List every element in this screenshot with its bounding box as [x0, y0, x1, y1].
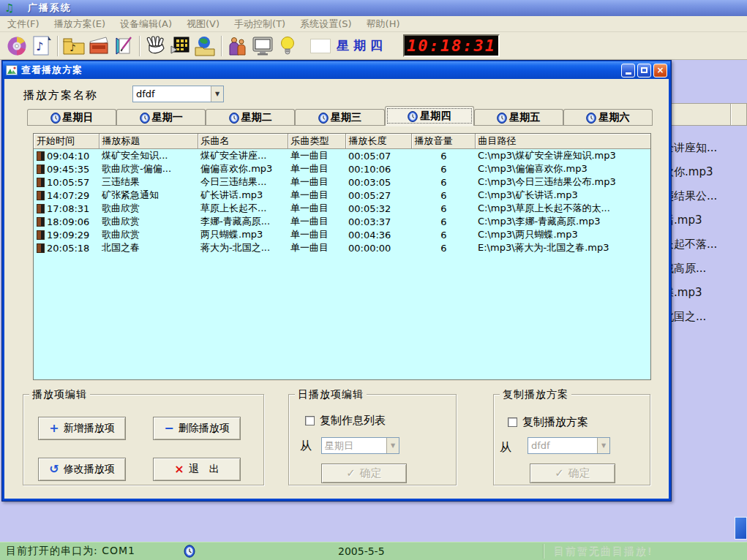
cell: 歌曲欣赏	[99, 202, 198, 215]
cell: C:\mp3\草原上长起不落的太...	[475, 202, 650, 215]
chevron-down-icon[interactable]: ▼	[597, 438, 609, 453]
list-item: 藏高原...	[663, 257, 747, 281]
dialog-title: 查看播放方案	[21, 64, 619, 77]
cassette-icon[interactable]	[86, 34, 111, 58]
table-row[interactable]: 18:09:06歌曲欣赏李娜-青藏高原...单一曲目00:03:376C:\mp…	[34, 215, 650, 228]
cell: 18:09:06	[34, 215, 99, 228]
button-label: 新增播放项	[64, 422, 115, 435]
film-folder-icon[interactable]	[168, 34, 193, 58]
table-row[interactable]: 09:45:35歌曲欣赏-偏偏...偏偏喜欢你.mp3单一曲目00:10:066…	[34, 162, 650, 175]
checkbox-icon[interactable]	[508, 417, 517, 427]
cell: 草原上长起不...	[198, 202, 288, 215]
gift-people-icon[interactable]	[225, 34, 250, 58]
monitor-icon[interactable]	[250, 34, 275, 58]
column-header[interactable]: 曲目路径	[475, 134, 650, 149]
column-header[interactable]: 开始时间	[34, 134, 99, 149]
cell: 00:00:00	[345, 241, 411, 254]
checkbox-icon[interactable]	[305, 416, 315, 425]
table-row[interactable]: 19:09:29歌曲欣赏两只蝴蝶.mp3单一曲目00:04:366C:\mp3\…	[34, 228, 650, 241]
column-header[interactable]: 播放长度	[345, 134, 411, 149]
tab-label: 星期三	[331, 111, 361, 124]
hand-icon[interactable]	[143, 34, 168, 58]
clock-icon	[184, 545, 195, 558]
cell: 煤矿安全讲座...	[198, 149, 288, 163]
table-row[interactable]: 09:04:10煤矿安全知识...煤矿安全讲座...单一曲目00:05:076C…	[34, 149, 650, 163]
chevron-down-icon[interactable]: ▼	[211, 86, 223, 102]
background-list: 全讲座知...欢你.mp3违结果公...话.mp3长起不落...藏高原...蝶.…	[663, 136, 747, 329]
column-header[interactable]: 播放标题	[99, 134, 198, 149]
edit-button-1[interactable]: −删除播放项	[153, 417, 241, 440]
day-source-combobox[interactable]: 星期日 ▼	[321, 437, 399, 454]
tab-星期三[interactable]: 星期三	[295, 109, 384, 126]
cell: 09:04:10	[34, 149, 99, 163]
cd-icon[interactable]	[4, 34, 29, 58]
menu-item[interactable]: 系统设置(S)	[293, 18, 359, 31]
table-row[interactable]: 14:07:29矿张紧急通知矿长讲话.mp3单一曲目00:05:276C:\mp…	[34, 189, 650, 202]
audio-item-icon	[37, 151, 45, 161]
list-item: 话.mp3	[663, 208, 747, 232]
plan-name-combobox[interactable]: dfdf ▼	[132, 86, 224, 102]
column-header[interactable]: 乐曲类型	[288, 134, 345, 149]
menu-item[interactable]: 播放方案(E)	[47, 18, 113, 31]
cell: E:\mp3\蒋大为-北国之春.mp3	[475, 241, 650, 254]
table-row[interactable]: 10:05:57三违结果今日三违结果...单一曲目00:03:056C:\mp3…	[34, 175, 650, 189]
cell: C:\mp3\今日三违结果公布.mp3	[475, 175, 650, 189]
menu-item[interactable]: 设备编辑(A)	[113, 18, 179, 31]
minimize-button[interactable]	[621, 64, 635, 77]
folder-music-icon[interactable]: ♪	[61, 34, 86, 58]
exit-button[interactable]: ×退 出	[153, 458, 241, 481]
maximize-button[interactable]	[637, 64, 651, 77]
panel-title: 复制播放方案	[500, 388, 571, 401]
column-header[interactable]: 播放音量	[411, 134, 475, 149]
edit-button-0[interactable]: +新增播放项	[38, 417, 126, 440]
audio-item-icon	[37, 217, 45, 227]
copy-schedule-checkbox[interactable]: 复制作息列表	[305, 414, 386, 428]
edit-icon[interactable]	[111, 34, 136, 58]
menu-item[interactable]: 手动控制(T)	[227, 18, 293, 31]
tab-label: 星期五	[509, 111, 540, 124]
toolbar: ♪♪ 星期四 10:18:31	[0, 32, 747, 60]
column-header[interactable]: 乐曲名	[198, 134, 288, 149]
cell: 三违结果	[99, 175, 198, 189]
list-item: 全讲座知...	[663, 136, 747, 160]
table-row[interactable]: 17:08:31歌曲欣赏草原上长起不...单一曲目00:05:326C:\mp3…	[34, 202, 650, 215]
cell: 19:09:29	[34, 228, 99, 241]
weekday-tab-strip: 星期日星期一星期二星期三星期四星期五星期六	[27, 106, 653, 126]
chevron-down-icon[interactable]: ▼	[386, 438, 399, 453]
tab-星期四[interactable]: 星期四	[385, 106, 474, 126]
check-icon: ✓	[555, 468, 564, 479]
cell: 6	[411, 175, 475, 189]
tab-label: 星期一	[152, 111, 183, 124]
plan-source-combobox[interactable]: dfdf ▼	[528, 437, 610, 454]
menu-bar: 文件(F)播放方案(E)设备编辑(A)视图(V)手动控制(T)系统设置(S)帮助…	[0, 16, 747, 32]
day-copy-ok-button[interactable]: ✓ 确定	[321, 463, 407, 483]
menu-item[interactable]: 帮助(H)	[359, 18, 408, 31]
bulb-icon[interactable]	[275, 34, 300, 58]
menu-item[interactable]: 文件(F)	[0, 18, 47, 31]
toolbar-separator	[221, 36, 222, 56]
table-header-row: 开始时间播放标题乐曲名乐曲类型播放长度播放音量曲目路径	[34, 134, 650, 149]
status-bar: 目前打开的串口为: COM1 2005-5-5 目前暂无曲目播放!	[0, 542, 747, 560]
music-note-icon[interactable]: ♪	[29, 34, 54, 58]
list-item: 蝶.mp3	[663, 281, 747, 305]
globe-folder-icon[interactable]	[193, 34, 218, 58]
tab-星期日[interactable]: 星期日	[27, 109, 116, 126]
copy-plan-checkbox[interactable]: 复制播放方案	[508, 415, 588, 429]
cell: 单一曲目	[288, 149, 345, 163]
plan-name-value: dfdf	[133, 88, 211, 99]
close-button[interactable]: ×	[653, 64, 667, 77]
tab-星期六[interactable]: 星期六	[563, 109, 653, 126]
plan-source-value: dfdf	[528, 440, 597, 451]
cell: 矿张紧急通知	[99, 189, 198, 202]
menu-item[interactable]: 视图(V)	[179, 18, 227, 31]
tab-星期五[interactable]: 星期五	[474, 109, 563, 126]
dialog-titlebar[interactable]: 查看播放方案 ×	[3, 61, 670, 79]
dialog-body: 播放方案名称 dfdf ▼ 星期日星期一星期二星期三星期四星期五星期六 开始时间…	[4, 79, 669, 499]
tab-星期一[interactable]: 星期一	[116, 109, 206, 126]
day-source-value: 星期日	[322, 439, 386, 453]
plan-copy-ok-button[interactable]: ✓ 确定	[530, 463, 615, 483]
tab-星期二[interactable]: 星期二	[206, 109, 295, 126]
table-row[interactable]: 20:05:18北国之春蒋大为-北国之...单一曲目00:00:006E:\mp…	[34, 241, 650, 254]
edit-button-2[interactable]: ↺修改播放项	[38, 458, 126, 481]
day-indicator-box	[310, 39, 331, 53]
